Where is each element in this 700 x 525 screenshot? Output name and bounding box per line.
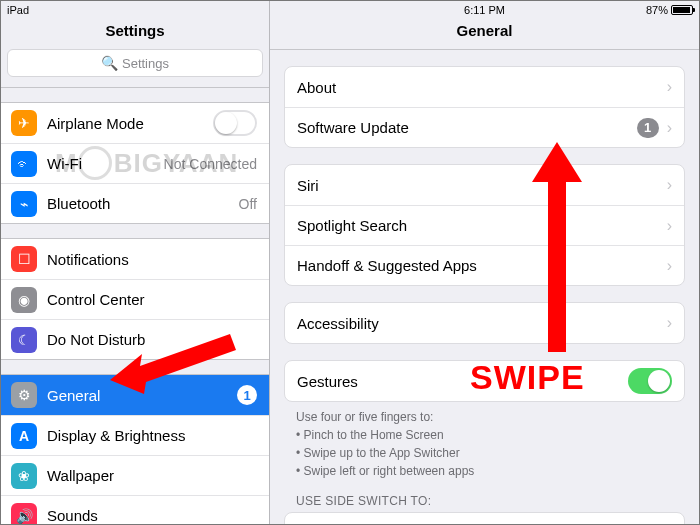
detail-scroll[interactable]: About › Software Update 1 › Siri › Spotl… [270,50,699,524]
chevron-right-icon: › [667,176,672,194]
chevron-right-icon: › [667,257,672,275]
side-switch-caption: USE SIDE SWITCH TO: [284,480,685,512]
detail-row-about[interactable]: About › [285,67,684,107]
status-time: 6:11 PM [464,4,505,16]
detail-row-label: Siri [297,177,319,194]
detail-row-handoff[interactable]: Handoff & Suggested Apps › [285,245,684,285]
battery-indicator: 87% [646,4,693,16]
sidebar-item-notifications[interactable]: ☐ Notifications [1,239,269,279]
chevron-right-icon: › [667,119,672,137]
sidebar-item-label: Display & Brightness [47,427,185,444]
chevron-right-icon: › [667,217,672,235]
sidebar-item-label: General [47,387,100,404]
sidebar-group-general: ⚙ General 1 A Display & Brightness ❀ Wal… [1,374,269,524]
settings-sidebar: iPad Settings 🔍 Settings ✈ Airplane Mode… [1,1,270,524]
detail-row-label: Accessibility [297,315,379,332]
search-wrap: 🔍 Settings [1,45,269,88]
detail-group-about: About › Software Update 1 › [284,66,685,148]
general-badge: 1 [237,385,257,405]
gestures-footer: Use four or five fingers to: • Pinch to … [284,402,685,480]
sidebar-item-label: Bluetooth [47,195,110,212]
chevron-right-icon: › [667,78,672,96]
detail-row-label: Software Update [297,119,409,136]
sidebar-item-label: Airplane Mode [47,115,144,132]
status-bar-left: iPad [1,1,269,18]
wifi-icon: ᯤ [11,151,37,177]
detail-row-label: Spotlight Search [297,217,407,234]
sidebar-item-general[interactable]: ⚙ General 1 [1,375,269,415]
detail-row-lock-rotation[interactable]: Lock Rotation [285,513,684,524]
control-center-icon: ◉ [11,287,37,313]
sidebar-title: Settings [1,18,269,45]
detail-row-accessibility[interactable]: Accessibility › [285,303,684,343]
dnd-icon: ☾ [11,327,37,353]
detail-group-accessibility: Accessibility › [284,302,685,344]
notifications-icon: ☐ [11,246,37,272]
sidebar-item-airplane-mode[interactable]: ✈ Airplane Mode [1,103,269,143]
detail-group-siri: Siri › Spotlight Search › Handoff & Sugg… [284,164,685,286]
detail-row-software-update[interactable]: Software Update 1 › [285,107,684,147]
gestures-toggle[interactable] [628,368,672,394]
status-bar-right: 6:11 PM 87% [270,1,699,18]
general-icon: ⚙ [11,382,37,408]
detail-row-spotlight[interactable]: Spotlight Search › [285,205,684,245]
search-icon: 🔍 [101,56,118,70]
detail-row-gestures[interactable]: Gestures [285,361,684,401]
detail-row-label: Handoff & Suggested Apps [297,257,477,274]
detail-row-label: Lock Rotation [297,521,389,525]
bluetooth-icon: ⌁ [11,191,37,217]
wifi-value: Not Connected [164,156,257,172]
airplane-toggle[interactable] [213,110,257,136]
device-label: iPad [7,4,29,16]
wallpaper-icon: ❀ [11,463,37,489]
sidebar-item-wallpaper[interactable]: ❀ Wallpaper [1,455,269,495]
detail-row-label: Gestures [297,373,358,390]
sidebar-group-notifications: ☐ Notifications ◉ Control Center ☾ Do No… [1,238,269,360]
display-icon: A [11,423,37,449]
detail-group-side-switch: Lock Rotation [284,512,685,524]
bluetooth-value: Off [239,196,257,212]
update-badge: 1 [637,118,659,138]
detail-pane: 6:11 PM 87% General About › Software Upd… [270,1,699,524]
sidebar-item-display-brightness[interactable]: A Display & Brightness [1,415,269,455]
sidebar-item-bluetooth[interactable]: ⌁ Bluetooth Off [1,183,269,223]
sidebar-item-label: Control Center [47,291,145,308]
sidebar-item-label: Notifications [47,251,129,268]
sidebar-item-do-not-disturb[interactable]: ☾ Do Not Disturb [1,319,269,359]
search-input[interactable]: 🔍 Settings [7,49,263,77]
detail-row-label: About [297,79,336,96]
sidebar-item-label: Wi-Fi [47,155,82,172]
battery-percent: 87% [646,4,668,16]
sidebar-item-sounds[interactable]: 🔊 Sounds [1,495,269,524]
detail-title: General [270,18,699,50]
detail-group-gestures: Gestures [284,360,685,402]
detail-row-siri[interactable]: Siri › [285,165,684,205]
airplane-icon: ✈ [11,110,37,136]
sidebar-item-label: Wallpaper [47,467,114,484]
battery-icon [671,5,693,15]
sidebar-item-wifi[interactable]: ᯤ Wi-Fi Not Connected [1,143,269,183]
sidebar-item-label: Do Not Disturb [47,331,145,348]
sidebar-item-label: Sounds [47,507,98,524]
sidebar-group-connectivity: ✈ Airplane Mode ᯤ Wi-Fi Not Connected ⌁ … [1,102,269,224]
sounds-icon: 🔊 [11,503,37,525]
chevron-right-icon: › [667,314,672,332]
sidebar-item-control-center[interactable]: ◉ Control Center [1,279,269,319]
search-placeholder: Settings [122,56,169,71]
